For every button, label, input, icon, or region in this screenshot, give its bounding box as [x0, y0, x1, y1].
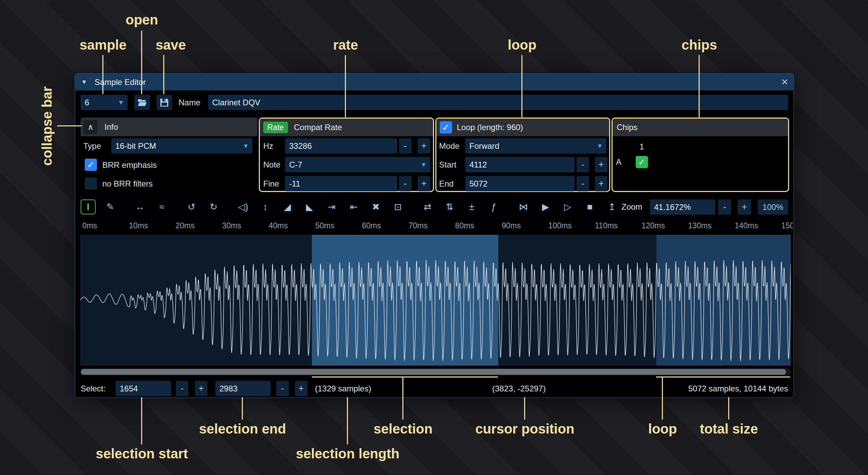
hz-minus-button[interactable]: - — [399, 138, 412, 154]
loop-start-plus-button[interactable]: + — [595, 157, 607, 172]
rate-panel: Rate Compat Rate Hz 33286 - + Note C-7 ▼… — [259, 118, 434, 192]
timeline-label: 130ms — [688, 221, 712, 230]
page: open sample save rate loop chips collaps… — [0, 0, 868, 475]
select-label: Select: — [81, 381, 105, 396]
annotation-line-chips — [699, 55, 700, 117]
annotation-line-selection-start — [141, 397, 142, 444]
apply-silence-icon[interactable]: ⇤ — [346, 199, 361, 214]
resize-icon[interactable]: ↔ — [132, 199, 147, 214]
selection-start-plus-button[interactable]: + — [195, 381, 207, 396]
loop-panel-header: ✓ Loop (length: 960) — [436, 119, 609, 136]
selection-length-text: (1329 samples) — [315, 381, 371, 396]
annotation-line-selection-end — [242, 397, 243, 420]
selection-end-plus-button[interactable]: + — [295, 381, 307, 396]
hz-label: Hz — [263, 138, 273, 154]
edit-mode-draw-icon[interactable]: ✎ — [103, 199, 118, 214]
sample-number-select[interactable]: 6 ▼ — [81, 95, 128, 110]
hz-input[interactable]: 33286 — [285, 138, 397, 154]
resample-icon[interactable]: ≈ — [154, 199, 169, 214]
hz-plus-button[interactable]: + — [418, 138, 430, 154]
chips-panel: Chips 1 A ✓ — [612, 118, 789, 192]
zoom-in-button[interactable]: + — [738, 199, 751, 215]
annotation-sample: sample — [80, 37, 127, 53]
fine-minus-button[interactable]: - — [399, 176, 412, 191]
insert-silence-icon[interactable]: ⇥ — [324, 199, 339, 214]
loop-end-plus-button[interactable]: + — [595, 176, 607, 191]
chip-row-label: A — [616, 155, 621, 169]
preview-from-cursor-icon[interactable]: ▷ — [560, 199, 575, 214]
timeline-label: 120ms — [641, 221, 665, 230]
annotation-loop-bottom: loop — [648, 421, 677, 437]
close-icon[interactable]: × — [781, 74, 788, 90]
invert-icon[interactable]: ⇅ — [442, 199, 457, 214]
collapse-bar-button[interactable]: ∧ — [83, 120, 98, 134]
timeline-label: 10ms — [129, 221, 148, 230]
normalize-icon[interactable]: ↕ — [258, 199, 273, 214]
zoom-input[interactable]: 41.1672% — [650, 199, 715, 215]
no-brr-filters-checkbox[interactable] — [85, 177, 97, 190]
selection-start-input[interactable]: 1654 — [116, 381, 171, 396]
reverse-icon[interactable]: ⇄ — [420, 199, 435, 214]
preview-icon[interactable]: ▶ — [538, 199, 553, 214]
annotation-line-sample — [102, 55, 103, 94]
loop-end-input[interactable]: 5072 — [465, 176, 574, 191]
zoom-reset-button[interactable]: 100% — [758, 199, 788, 215]
waveform-view[interactable] — [80, 235, 791, 366]
sign-exchange-icon[interactable]: ± — [464, 199, 479, 214]
undo-icon[interactable]: ↺ — [184, 199, 199, 214]
trim-icon[interactable]: ⊡ — [390, 199, 405, 214]
annotation-line-cursor-position — [524, 397, 525, 420]
loop-start-label: Start — [439, 157, 456, 172]
chip-enable-checkbox[interactable]: ✓ — [636, 156, 648, 168]
fade-in-icon[interactable]: ◢ — [280, 199, 295, 214]
window-collapse-icon[interactable]: ▼ — [81, 74, 87, 90]
annotation-line-save — [163, 55, 164, 94]
selection-end-input[interactable]: 2983 — [215, 381, 271, 396]
annotation-line-selection — [402, 376, 403, 420]
selection-start-minus-button[interactable]: - — [176, 381, 188, 396]
loop-panel: ✓ Loop (length: 960) Mode Forward ▼ Star… — [435, 118, 610, 192]
amplify-icon[interactable]: ◁) — [236, 199, 251, 214]
toolbar-group: ⇄⇅±ƒ — [420, 199, 501, 214]
timeline-label: 150ms — [781, 221, 793, 230]
edit-mode-select-icon[interactable]: I — [81, 199, 96, 214]
waveform-scrollbar[interactable] — [80, 368, 791, 375]
sample-name-input[interactable]: Clarinet DQV — [208, 95, 788, 110]
chevron-down-icon: ▼ — [243, 138, 249, 154]
loop-panel-title: Loop (length: 960) — [457, 119, 523, 136]
redo-icon[interactable]: ↻ — [206, 199, 221, 214]
stop-preview-icon[interactable]: ■ — [582, 199, 597, 214]
loop-start-minus-button[interactable]: - — [577, 157, 589, 172]
toolbar-buttons: I✎↔≈↺↻◁)↕◢◣⇥⇤✖⊡⇄⇅±ƒ⋈▶▷■↥ — [81, 198, 619, 216]
brr-emphasis-label: BRR emphasis — [102, 157, 157, 173]
zoom-out-button[interactable]: - — [718, 199, 731, 215]
brr-emphasis-checkbox[interactable]: ✓ — [85, 159, 97, 171]
annotation-bracket-loop — [656, 376, 790, 377]
loop-end-minus-button[interactable]: - — [577, 176, 589, 191]
loop-mode-select[interactable]: Forward ▼ — [465, 138, 606, 154]
sample-type-select[interactable]: 16-bit PCM ▼ — [111, 138, 252, 154]
fine-plus-button[interactable]: + — [418, 176, 430, 191]
scrollbar-thumb[interactable] — [81, 369, 786, 375]
timeline-label: 140ms — [735, 221, 758, 230]
timeline-label: 50ms — [315, 221, 334, 230]
toolbar-group: I✎ — [81, 199, 118, 214]
loop-start-input[interactable]: 4112 — [465, 157, 574, 172]
note-select[interactable]: C-7 ▼ — [285, 157, 430, 172]
fade-out-icon[interactable]: ◣ — [302, 199, 317, 214]
selection-end-minus-button[interactable]: - — [276, 381, 289, 396]
crossfade-loop-icon[interactable]: ⋈ — [516, 199, 531, 214]
chevron-down-icon: ▼ — [118, 95, 124, 110]
open-sample-button[interactable] — [134, 95, 150, 110]
create-instrument-icon[interactable]: ↥ — [604, 199, 619, 214]
timeline-label: 60ms — [362, 221, 381, 230]
timeline-ruler: 0ms10ms20ms30ms40ms50ms60ms70ms80ms90ms1… — [80, 218, 793, 233]
fine-label: Fine — [263, 176, 279, 191]
timeline-label: 80ms — [455, 221, 474, 230]
name-label: Name — [179, 95, 200, 110]
save-sample-button[interactable] — [156, 95, 172, 110]
apply-filter-icon[interactable]: ƒ — [486, 199, 501, 214]
loop-enable-checkbox[interactable]: ✓ — [440, 121, 452, 134]
fine-input[interactable]: -11 — [285, 176, 397, 191]
delete-icon[interactable]: ✖ — [368, 199, 383, 214]
